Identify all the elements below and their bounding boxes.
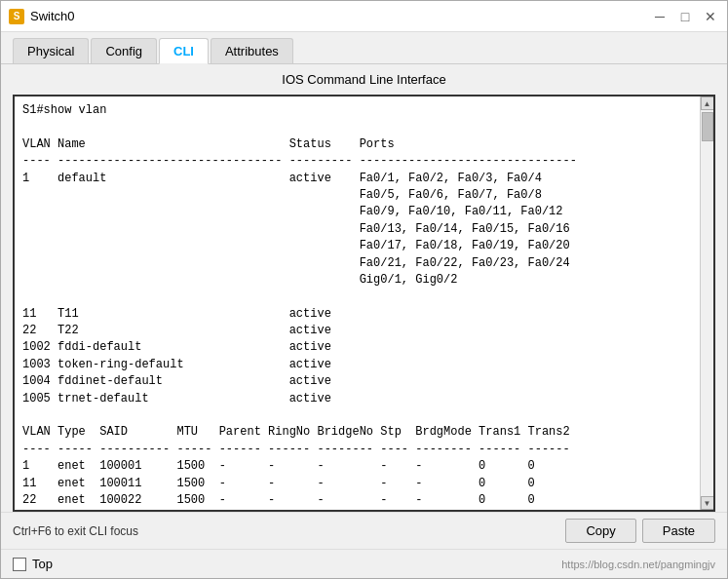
- paste-button[interactable]: Paste: [642, 519, 715, 543]
- top-checkbox[interactable]: [13, 558, 26, 571]
- footer-link: https://blog.csdn.net/pangmingjv: [561, 559, 715, 570]
- app-icon-letter: S: [14, 11, 20, 21]
- main-window: S Switch0 ─ □ ✕ Physical Config CLI Attr…: [0, 0, 728, 579]
- maximize-button[interactable]: □: [676, 8, 694, 25]
- window-controls: ─ □ ✕: [651, 8, 719, 25]
- minimize-button[interactable]: ─: [651, 8, 669, 25]
- tab-config[interactable]: Config: [91, 38, 157, 63]
- tabs-bar: Physical Config CLI Attributes: [1, 32, 727, 64]
- copy-button[interactable]: Copy: [565, 519, 635, 543]
- bottom-bar: Ctrl+F6 to exit CLI focus Copy Paste: [1, 512, 727, 549]
- button-group: Copy Paste: [565, 519, 715, 543]
- exit-hint: Ctrl+F6 to exit CLI focus: [13, 524, 138, 538]
- footer: Top https://blog.csdn.net/pangmingjv: [1, 549, 727, 578]
- app-icon: S: [9, 9, 24, 24]
- scrollbar[interactable]: ▲ ▼: [700, 96, 713, 510]
- cli-title: IOS Command Line Interface: [1, 64, 727, 95]
- scroll-thumb[interactable]: [702, 112, 713, 141]
- scroll-up-button[interactable]: ▲: [701, 96, 714, 110]
- cli-output[interactable]: S1#show vlan VLAN Name Status Ports ----…: [15, 96, 700, 510]
- footer-left: Top: [13, 557, 53, 571]
- title-bar-left: S Switch0: [9, 9, 75, 24]
- window-title: Switch0: [30, 9, 75, 23]
- cli-container: S1#show vlan VLAN Name Status Ports ----…: [1, 95, 727, 512]
- cli-terminal[interactable]: S1#show vlan VLAN Name Status Ports ----…: [13, 95, 715, 512]
- scroll-down-button[interactable]: ▼: [701, 496, 714, 510]
- tab-cli[interactable]: CLI: [159, 38, 209, 64]
- tab-attributes[interactable]: Attributes: [211, 38, 293, 63]
- top-label: Top: [32, 557, 53, 571]
- close-button[interactable]: ✕: [702, 8, 719, 25]
- title-bar: S Switch0 ─ □ ✕: [1, 1, 727, 32]
- scroll-track[interactable]: [701, 110, 713, 496]
- tab-physical[interactable]: Physical: [13, 38, 89, 63]
